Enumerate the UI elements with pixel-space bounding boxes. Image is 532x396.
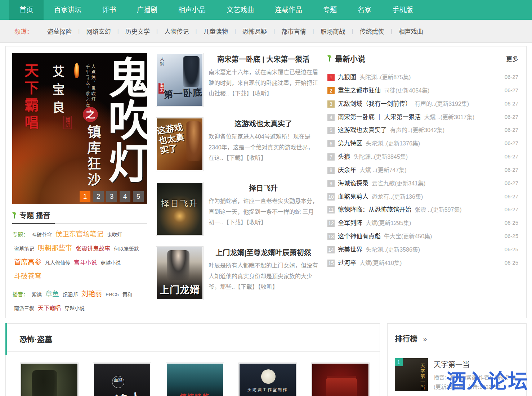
tag-link[interactable]: 侯卫东官场笔记 xyxy=(55,230,103,238)
listen-link[interactable]: 【收听】 xyxy=(246,155,267,161)
tag-link[interactable]: 穿越小说 xyxy=(64,305,85,311)
book-cover[interactable]: 头陀渊工作室制作阳间借命人 xyxy=(238,363,297,396)
nav-item[interactable]: 专题 xyxy=(313,0,347,20)
book-title-link[interactable]: 完美世界 xyxy=(338,246,362,253)
latest-title: 最新小说 xyxy=(335,53,365,64)
book-title-link[interactable]: 庆余年 xyxy=(338,167,356,174)
channel-link[interactable]: 儿童读物 xyxy=(197,27,234,36)
tag-link[interactable]: 南派三叔 xyxy=(14,305,34,311)
nav-item[interactable]: 广播剧 xyxy=(126,0,168,20)
tag-link[interactable]: 首席高参 xyxy=(14,258,41,266)
carousel-page-button[interactable]: 1 xyxy=(80,191,90,202)
channel-link[interactable]: 网络玄幻 xyxy=(80,27,117,36)
row-date: 06-27 xyxy=(505,73,518,81)
book-title-link[interactable]: 过河卒 xyxy=(338,260,356,266)
carousel-image[interactable]: 天下霸唱 艾宝良 播讲 人点烛，鬼吹灯 千里寻龙，求之左右 鬼吹灯 之 镇库狂沙… xyxy=(12,53,147,204)
tag-link[interactable]: 盗墓笔记 xyxy=(14,246,34,252)
tag-link[interactable]: 张震讲鬼故事 xyxy=(76,246,110,252)
tag-link[interactable]: 斗破苍穹 xyxy=(32,232,52,238)
listen-link[interactable]: 【收听】 xyxy=(252,90,272,96)
nav-item[interactable]: 名家 xyxy=(347,0,382,20)
more-link[interactable]: 更多 xyxy=(506,54,518,63)
book-update-info: 有声的..(更新3042集) xyxy=(390,127,444,133)
channel-link[interactable]: 职场商战 xyxy=(314,27,352,36)
tag-link[interactable]: 何以笙箫默 xyxy=(114,246,139,252)
tag-link[interactable]: 凡人修仙传 xyxy=(45,260,70,266)
channel-link[interactable]: 盗墓探险 xyxy=(41,27,78,36)
book-title-link[interactable]: 全军列阵 xyxy=(338,220,362,226)
nav-item[interactable]: 首页 xyxy=(9,0,44,20)
tag-link[interactable]: 宫斗小说 xyxy=(74,260,97,266)
book-title-link[interactable]: 第九特区 xyxy=(338,140,362,147)
channel-link[interactable]: 历史文学 xyxy=(119,27,156,36)
book-title-link[interactable]: 南宋第一卧底 ｜ 大宋第一狠活 xyxy=(338,114,421,121)
channel-link[interactable]: 都市言情 xyxy=(275,27,313,36)
tag-link[interactable]: 鬼吹灯 xyxy=(107,232,122,238)
carousel-page-button[interactable]: 5 xyxy=(133,191,144,202)
download-link[interactable]: 【下载】 xyxy=(223,155,246,161)
topics-header: 专题 播音 xyxy=(12,210,147,224)
book-title-link[interactable]: 血煞鬼剪人 xyxy=(338,193,368,200)
carousel-title-sub: 镇库狂沙 xyxy=(83,125,103,188)
book-cover[interactable] xyxy=(20,363,79,396)
carousel-page-button[interactable]: 3 xyxy=(106,191,117,202)
download-link[interactable]: 【下载】 xyxy=(235,284,258,290)
book-title-link[interactable]: 九狼图 xyxy=(338,74,356,81)
featured-title[interactable]: 南宋第一卧底 | 大宋第一狠活 xyxy=(209,54,318,64)
featured-title[interactable]: 上门龙婿|至尊龙婿叶辰萧初然 xyxy=(209,247,318,257)
book-cover[interactable] xyxy=(311,363,370,396)
tag-link[interactable]: 纪涵邦 xyxy=(63,292,78,297)
book-title-link[interactable]: 头狼 xyxy=(338,153,350,160)
tag-link[interactable]: 刘艳丽 xyxy=(81,290,102,298)
featured-title[interactable]: 这游戏也太真实了 xyxy=(209,118,318,129)
tag-link[interactable]: 章鱼 xyxy=(45,290,59,298)
list-item: 06-277头狼头陀渊..(更新3845集) xyxy=(327,152,518,162)
carousel-page-button[interactable]: 2 xyxy=(93,191,104,202)
tag-link[interactable]: 紫襟 xyxy=(32,292,42,297)
book-title-link[interactable]: 这游戏也太真实了 xyxy=(338,127,387,134)
book-cover[interactable]: 择日飞升 xyxy=(156,182,204,236)
tag-link[interactable]: 天下霸唱 xyxy=(38,305,61,311)
book-cover[interactable]: 天字第一当 1 xyxy=(395,358,428,391)
nav-item[interactable]: 手机版 xyxy=(382,0,423,20)
tag-group-label: 专题： xyxy=(12,231,28,238)
nav-item[interactable]: 评书 xyxy=(92,0,126,20)
featured-title[interactable]: 择日飞升 xyxy=(209,183,318,193)
row-date: 06-27 xyxy=(505,113,518,121)
tag-link[interactable]: 黄和 xyxy=(122,292,133,297)
sprout-icon xyxy=(327,55,332,62)
book-cover[interactable]: 上门龙婿 xyxy=(156,246,204,300)
book-cover[interactable]: 这游戏也太真实了 xyxy=(156,117,204,171)
book-title-link[interactable]: 海城诡探录 xyxy=(338,180,368,187)
book-update-info: 云雀九歌(更新341集) xyxy=(372,180,425,186)
channel-link[interactable]: 传统武侠 xyxy=(353,27,390,36)
listen-link[interactable]: 【收听】 xyxy=(246,219,267,225)
channel-link[interactable]: 相声戏曲 xyxy=(392,27,430,36)
tag-link[interactable]: 明朝那些事 xyxy=(38,244,72,252)
book-cover[interactable]: 大斌南宋第一卧底 xyxy=(156,53,204,107)
book-cover[interactable]: 惊悚降临从恐怖旅馆 xyxy=(166,363,224,396)
book-title-link[interactable]: 惊悚降临：从恐怖旅馆开始 xyxy=(338,206,411,213)
tag-link[interactable]: 斗破苍穹 xyxy=(14,273,41,280)
tag-link[interactable]: EBC5 xyxy=(106,292,119,297)
channel-link[interactable]: 恐怖悬疑 xyxy=(236,27,273,36)
tag-group: 播音：紫襟章鱼纪涵邦刘艳丽EBC5黄和南派三叔天下霸唱穿越小说 xyxy=(12,287,147,315)
nav-item[interactable]: 连载作品 xyxy=(264,0,313,20)
book-cover[interactable]: 血煞鬼剪人 xyxy=(93,363,151,396)
double-arrow-icon[interactable]: » xyxy=(423,335,427,343)
carousel-page-button[interactable]: 4 xyxy=(120,191,130,202)
channel-link[interactable]: 人物传记 xyxy=(158,27,195,36)
listen-link[interactable]: 【收听】 xyxy=(258,284,278,290)
book-title-link[interactable]: 无敌剑域（我有一剑前传） xyxy=(338,100,411,107)
book-title-link[interactable]: 重生之都市狂仙 xyxy=(338,87,381,94)
book-title-link[interactable]: 这个神仙有点彪 xyxy=(338,233,381,240)
nav-item[interactable]: 文艺戏曲 xyxy=(216,0,264,20)
download-link[interactable]: 【下载】 xyxy=(229,90,252,96)
temple-art xyxy=(326,378,357,396)
nav-item[interactable]: 百家讲坛 xyxy=(44,0,92,20)
nav-item[interactable]: 相声小品 xyxy=(168,0,216,20)
carousel-tagline-1: 人点烛，鬼吹灯 xyxy=(90,64,96,102)
tag-link[interactable]: 穿越小说 xyxy=(100,260,121,266)
download-link[interactable]: 【下载】 xyxy=(223,219,246,225)
horror-covers: 血煞鬼剪人惊悚降临从恐怖旅馆头陀渊工作室制作阳间借命人 xyxy=(6,352,380,396)
